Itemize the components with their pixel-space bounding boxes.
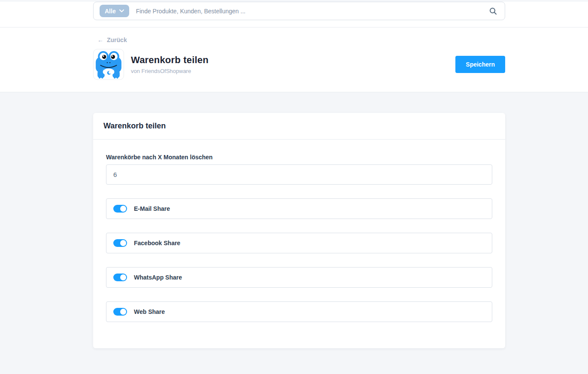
toggle-knob bbox=[120, 206, 126, 212]
email-share-toggle[interactable] bbox=[113, 205, 127, 213]
page-title: Warenkorb teilen bbox=[131, 55, 209, 66]
content-area: Warenkorb teilen Warenkörbe nach X Monat… bbox=[0, 92, 588, 348]
toggle-knob bbox=[120, 274, 126, 280]
months-input[interactable] bbox=[106, 164, 492, 185]
module-header-row: Warenkorb teilen von FriendsOfShopware S… bbox=[93, 49, 505, 80]
search-filter-dropdown[interactable]: Alle bbox=[100, 5, 129, 17]
search-submit-button[interactable] bbox=[482, 7, 505, 15]
toggle-row-web-share: Web Share bbox=[106, 301, 492, 322]
toggle-label: E-Mail Share bbox=[134, 205, 170, 212]
search-header: Alle bbox=[0, 2, 588, 27]
save-button[interactable]: Speichern bbox=[455, 56, 505, 73]
card-body: Warenkörbe nach X Monaten löschen E-Mail… bbox=[93, 140, 505, 348]
toggle-label: Facebook Share bbox=[134, 240, 180, 246]
search-icon bbox=[489, 7, 497, 15]
search-filter-label: Alle bbox=[105, 8, 116, 15]
friendsofshopware-frog-icon bbox=[93, 49, 124, 80]
smart-bar-actions: Speichern bbox=[455, 56, 505, 73]
toggle-knob bbox=[120, 309, 126, 315]
search-input[interactable] bbox=[129, 8, 482, 15]
card-header: Warenkorb teilen bbox=[93, 113, 505, 140]
global-search-bar[interactable]: Alle bbox=[93, 2, 505, 20]
settings-card: Warenkorb teilen Warenkörbe nach X Monat… bbox=[93, 113, 505, 348]
toggle-row-email-share: E-Mail Share bbox=[106, 198, 492, 219]
module-titles: Warenkorb teilen von FriendsOfShopware bbox=[131, 55, 209, 74]
smart-bar: ← Zurück bbox=[0, 27, 588, 92]
page-subtitle: von FriendsOfShopware bbox=[131, 68, 209, 74]
months-field-label: Warenkörbe nach X Monaten löschen bbox=[106, 154, 492, 161]
back-arrow-icon: ← bbox=[97, 36, 103, 43]
back-link-label: Zurück bbox=[107, 36, 127, 43]
whatsapp-share-toggle[interactable] bbox=[113, 274, 127, 281]
toggle-label: WhatsApp Share bbox=[134, 274, 182, 281]
facebook-share-toggle[interactable] bbox=[113, 239, 127, 247]
web-share-toggle[interactable] bbox=[113, 308, 127, 316]
chevron-down-icon bbox=[119, 9, 124, 12]
toggle-knob bbox=[120, 240, 126, 246]
card-title: Warenkorb teilen bbox=[103, 122, 166, 131]
toggle-row-whatsapp-share: WhatsApp Share bbox=[106, 267, 492, 288]
back-link[interactable]: ← Zurück bbox=[97, 27, 127, 43]
toggle-label: Web Share bbox=[134, 308, 165, 315]
toggle-row-facebook-share: Facebook Share bbox=[106, 233, 492, 253]
